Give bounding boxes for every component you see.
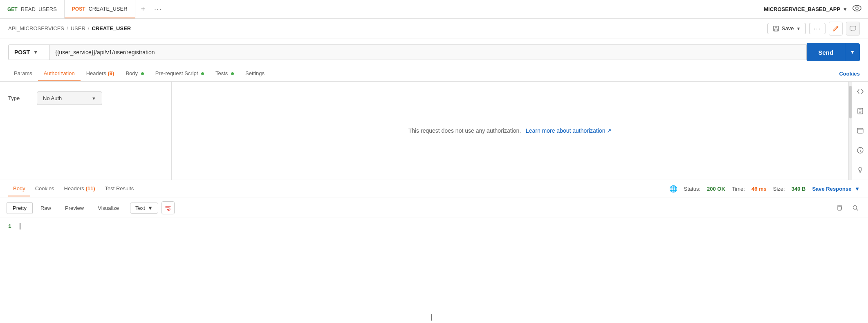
headers-badge: (9) — [108, 70, 114, 76]
request-line: POST ▼ Send ▼ — [0, 38, 868, 66]
save-chevron-icon: ▼ — [796, 26, 801, 31]
tab-body[interactable]: Body — [120, 66, 149, 81]
tab-pre-request-script[interactable]: Pre-request Script — [150, 66, 210, 81]
tab-headers-label: Headers — [86, 70, 106, 76]
resp-tab-cookies-label: Cookies — [35, 185, 54, 192]
resp-tab-headers[interactable]: Headers (11) — [59, 181, 100, 196]
save-icon — [773, 25, 779, 32]
tab-bar: GET READ_USERS POST CREATE_USER + ··· MI… — [0, 0, 868, 19]
auth-type-row: Type No Auth ▼ — [8, 91, 163, 105]
code-area[interactable]: 1 — [0, 218, 868, 311]
comment-icon-button[interactable] — [846, 22, 860, 36]
resp-tab-body-label: Body — [13, 185, 25, 192]
auth-content-row: Type No Auth ▼ This request does not use… — [0, 82, 868, 180]
scrollbar-thumb — [849, 86, 852, 118]
url-input[interactable] — [49, 45, 807, 60]
tab-params[interactable]: Params — [8, 66, 38, 81]
more-actions-button[interactable]: ··· — [809, 23, 825, 34]
auth-panel: Type No Auth ▼ — [0, 82, 172, 180]
request-tabs: Params Authorization Headers (9) Body Pr… — [0, 66, 868, 82]
tab-params-label: Params — [14, 70, 32, 76]
size-value: 340 B — [792, 186, 806, 192]
add-tab-button[interactable]: + — [135, 0, 151, 18]
tab-headers[interactable]: Headers (9) — [81, 66, 120, 81]
auth-type-label: Type — [8, 95, 29, 101]
eye-icon[interactable] — [852, 5, 861, 13]
bulb-icon[interactable] — [855, 164, 866, 176]
save-response-button[interactable]: Save Response ▼ — [812, 186, 860, 192]
fmt-tab-pretty[interactable]: Pretty — [7, 202, 33, 214]
cookies-link[interactable]: Cookies — [839, 67, 860, 81]
edit-icon-button[interactable] — [829, 22, 843, 36]
size-label: Size: — [773, 186, 785, 192]
info-icon[interactable] — [855, 145, 866, 156]
no-auth-text: This request does not use any authorizat… — [408, 127, 521, 134]
resp-tab-test-results[interactable]: Test Results — [100, 181, 139, 196]
tab-tests-label: Tests — [215, 70, 228, 76]
tab-get-read-users[interactable]: GET READ_USERS — [0, 0, 65, 18]
tab-settings[interactable]: Settings — [240, 66, 270, 81]
search-button[interactable] — [849, 202, 861, 214]
pencil-icon — [832, 25, 839, 32]
method-chevron-icon: ▼ — [33, 49, 38, 55]
env-chevron-icon: ▼ — [843, 7, 848, 12]
method-get-label: GET — [7, 7, 18, 12]
time-label: Time: — [732, 186, 745, 192]
send-right-icon[interactable] — [855, 125, 866, 136]
tab-tests[interactable]: Tests — [210, 66, 240, 81]
text-format-dropdown[interactable]: Text ▼ — [130, 203, 158, 214]
auth-type-value: No Auth — [43, 95, 62, 101]
send-button[interactable]: Send — [807, 43, 845, 61]
svg-rect-5 — [850, 26, 856, 30]
globe-icon: 🌐 — [669, 185, 677, 193]
tab-name-create-user: CREATE_USER — [88, 6, 127, 12]
fmt-tab-preview[interactable]: Preview — [59, 202, 90, 214]
url-display — [49, 45, 807, 60]
response-tabs-bar: Body Cookies Headers (11) Test Results 🌐… — [0, 180, 868, 198]
no-auth-panel: This request does not use any authorizat… — [172, 82, 848, 180]
tab-authorization-label: Authorization — [44, 70, 75, 76]
method-dropdown[interactable]: POST ▼ — [8, 45, 49, 60]
auth-type-dropdown[interactable]: No Auth ▼ — [37, 91, 102, 105]
code-line-1: 1 — [8, 223, 860, 229]
breadcrumb-part-1[interactable]: API_MICROSERVICES — [8, 25, 64, 31]
breadcrumb-part-2[interactable]: USER — [71, 25, 85, 31]
wrap-button[interactable] — [161, 201, 175, 214]
tab-name-read-users: READ_USERS — [21, 6, 57, 12]
breadcrumb-current: CREATE_USER — [92, 25, 131, 31]
method-post-label: POST — [72, 6, 85, 12]
fmt-tab-raw[interactable]: Raw — [34, 202, 57, 214]
pre-request-dot — [201, 72, 204, 75]
copy-button[interactable] — [833, 202, 845, 214]
line-number-1: 1 — [8, 223, 11, 229]
env-name: MICROSERVICE_BASED_APP — [764, 6, 840, 12]
comment-icon — [850, 25, 856, 32]
svg-line-19 — [857, 209, 858, 211]
more-tabs-button[interactable]: ··· — [151, 0, 165, 18]
resp-tab-cookies[interactable]: Cookies — [30, 181, 59, 196]
side-icons — [852, 82, 868, 180]
status-label: Status: — [684, 186, 700, 192]
environment-selector[interactable]: MICROSERVICE_BASED_APP ▼ — [764, 6, 848, 12]
learn-more-link[interactable]: Learn more about authorization ↗ — [526, 127, 612, 134]
text-format-chevron-icon: ▼ — [148, 205, 153, 211]
document-icon[interactable] — [855, 105, 866, 117]
format-bar: Pretty Raw Preview Visualize Text ▼ — [0, 198, 868, 218]
svg-rect-3 — [775, 26, 777, 28]
save-button[interactable]: Save ▼ — [767, 23, 806, 34]
scrollbar[interactable] — [848, 82, 852, 180]
send-dropdown-button[interactable]: ▼ — [845, 43, 860, 61]
resp-tab-body[interactable]: Body — [8, 181, 30, 196]
code-icon[interactable] — [855, 86, 866, 97]
wrap-icon — [165, 205, 171, 211]
fmt-tab-visualize[interactable]: Visualize — [92, 202, 125, 214]
tab-post-create-user[interactable]: POST CREATE_USER — [65, 0, 135, 18]
text-format-value: Text — [135, 205, 145, 211]
svg-point-0 — [853, 5, 861, 11]
resp-headers-badge: (11) — [85, 185, 95, 192]
breadcrumb-sep-2: / — [88, 25, 90, 31]
breadcrumb: API_MICROSERVICES / USER / CREATE_USER — [8, 25, 131, 31]
breadcrumb-actions: Save ▼ ··· — [767, 22, 860, 36]
tab-authorization[interactable]: Authorization — [38, 66, 81, 81]
resp-tab-test-label: Test Results — [105, 185, 134, 192]
